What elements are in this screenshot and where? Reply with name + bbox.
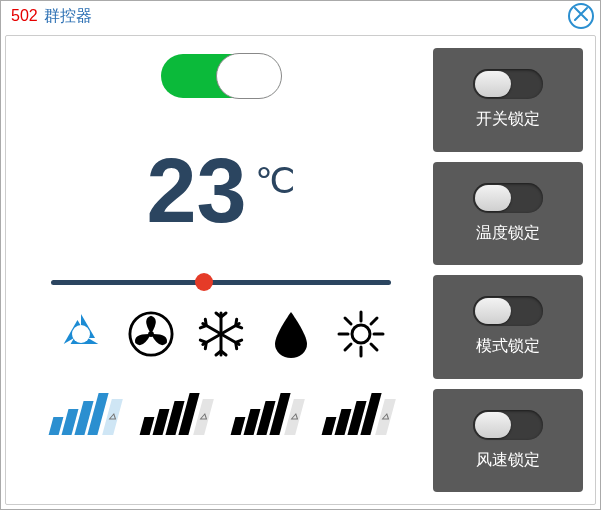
lock-fan[interactable]: 风速锁定: [433, 389, 583, 493]
fan-speed-3[interactable]: [233, 391, 300, 435]
fan-speed-1[interactable]: [51, 391, 118, 435]
lock-panel: 开关锁定 温度锁定 模式锁定 风速锁定: [433, 48, 583, 492]
snowflake-icon: [197, 310, 245, 362]
fan-speed-row: [51, 391, 391, 435]
main-panel: 23 ℃: [18, 48, 433, 492]
lock-label: 开关锁定: [476, 109, 540, 130]
droplet-icon: [271, 310, 311, 362]
slider-thumb[interactable]: [195, 273, 213, 291]
temperature-display: 23 ℃: [146, 146, 294, 236]
fan-speed-2[interactable]: [142, 391, 209, 435]
lock-label: 模式锁定: [476, 336, 540, 357]
control-window: 502 群控器 23 ℃: [0, 0, 601, 510]
svg-point-2: [148, 331, 154, 337]
titlebar: 502 群控器: [1, 1, 600, 31]
lock-temp[interactable]: 温度锁定: [433, 162, 583, 266]
mode-auto[interactable]: [56, 311, 106, 361]
svg-line-11: [345, 318, 351, 324]
lock-switch[interactable]: [473, 410, 543, 440]
power-toggle[interactable]: [161, 54, 281, 98]
close-button[interactable]: [568, 3, 594, 29]
lock-label: 风速锁定: [476, 450, 540, 471]
lock-switch[interactable]: [473, 69, 543, 99]
fan-icon: [128, 311, 174, 361]
temperature-slider[interactable]: [51, 280, 391, 285]
svg-point-0: [72, 325, 90, 343]
fan-speed-4[interactable]: [324, 391, 391, 435]
mode-heat[interactable]: [336, 311, 386, 361]
lock-label: 温度锁定: [476, 223, 540, 244]
sun-icon: [337, 310, 385, 362]
svg-point-6: [352, 325, 370, 343]
mode-dry[interactable]: [266, 311, 316, 361]
close-icon: [574, 7, 588, 25]
svg-line-12: [371, 344, 377, 350]
device-name: 群控器: [44, 6, 92, 27]
recycle-icon: [57, 310, 105, 362]
svg-line-13: [371, 318, 377, 324]
svg-line-14: [345, 344, 351, 350]
mode-row: [56, 311, 386, 361]
mode-cool[interactable]: [196, 311, 246, 361]
lock-switch[interactable]: [473, 183, 543, 213]
temperature-value: 23: [146, 146, 246, 236]
toggle-knob: [216, 53, 282, 99]
lock-switch[interactable]: [473, 296, 543, 326]
temperature-unit: ℃: [255, 160, 295, 202]
lock-power[interactable]: 开关锁定: [433, 48, 583, 152]
mode-fan[interactable]: [126, 311, 176, 361]
slider-track: [51, 280, 391, 285]
body: 23 ℃: [5, 35, 596, 505]
device-id: 502: [11, 7, 38, 25]
lock-mode[interactable]: 模式锁定: [433, 275, 583, 379]
